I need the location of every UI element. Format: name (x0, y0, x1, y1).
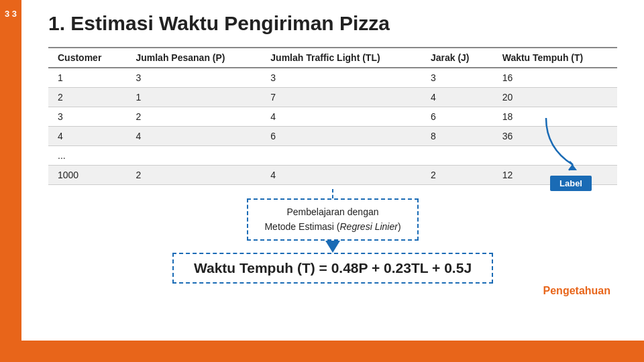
method-label-line1: Pembelajaran dengan (287, 206, 379, 217)
method-label-box: Pembelajaran dengan Metode Estimasi (Reg… (247, 198, 418, 241)
table-cell: 3 (421, 68, 493, 88)
table-row: 217420 (48, 88, 617, 107)
pengetahuan-label: Pengetahuan (48, 285, 617, 297)
col-header-pesanan: Jumlah Pesanan (P) (126, 48, 261, 68)
table-row: 446836 (48, 127, 617, 146)
table-cell: 4 (261, 166, 421, 185)
table-cell: 3 (48, 107, 126, 127)
slide-number: 3 3 (5, 8, 17, 20)
col-header-traffic: Jumlah Traffic Light (TL) (261, 48, 421, 68)
curved-arrow-icon (539, 111, 593, 185)
left-bar: 3 3 (0, 0, 21, 362)
table-cell: 7 (261, 88, 421, 107)
table-cell (126, 146, 261, 166)
table-cell: 1 (48, 68, 126, 88)
table-cell: 6 (261, 127, 421, 146)
col-header-waktu: Waktu Tempuh (T) (493, 48, 617, 68)
table-row: 133316 (48, 68, 617, 88)
table-cell: 2 (126, 166, 261, 185)
table-cell: 3 (126, 68, 261, 88)
bottom-bar (0, 341, 644, 362)
table-cell: 20 (493, 88, 617, 107)
method-label-line2: Metode Estimasi (Regresi Linier) (264, 221, 400, 232)
table-cell: 6 (421, 107, 493, 127)
table-wrapper: Label Customer Jumlah Pesanan (P) Jumlah… (48, 47, 617, 185)
table-cell: 1 (126, 88, 261, 107)
table-cell: 16 (493, 68, 617, 88)
table-cell: 8 (421, 127, 493, 146)
table-row: 100024212 (48, 166, 617, 185)
dashed-line-top (332, 189, 333, 198)
table-cell (421, 146, 493, 166)
table-cell: 2 (421, 166, 493, 185)
table-row: 324618 (48, 107, 617, 127)
table-cell: 2 (48, 88, 126, 107)
table-cell: 2 (126, 107, 261, 127)
table-cell: 1000 (48, 166, 126, 185)
table-cell: 3 (261, 68, 421, 88)
data-table: Customer Jumlah Pesanan (P) Jumlah Traff… (48, 47, 617, 185)
table-row: ... (48, 146, 617, 166)
table-cell: 4 (126, 127, 261, 146)
arrow-down-icon (325, 241, 340, 253)
table-header-row: Customer Jumlah Pesanan (P) Jumlah Traff… (48, 48, 617, 68)
page-title: 1. Estimasi Waktu Pengiriman Pizza (48, 12, 617, 35)
result-formula-box: Waktu Tempuh (T) = 0.48P + 0.23TL + 0.5J (172, 253, 493, 284)
table-cell: 4 (261, 107, 421, 127)
col-header-jarak: Jarak (J) (421, 48, 493, 68)
table-cell: 4 (421, 88, 493, 107)
col-header-customer: Customer (48, 48, 126, 68)
table-cell (261, 146, 421, 166)
main-content: 1. Estimasi Waktu Pengiriman Pizza Label… (21, 0, 644, 341)
table-cell: 4 (48, 127, 126, 146)
table-cell: ... (48, 146, 126, 166)
